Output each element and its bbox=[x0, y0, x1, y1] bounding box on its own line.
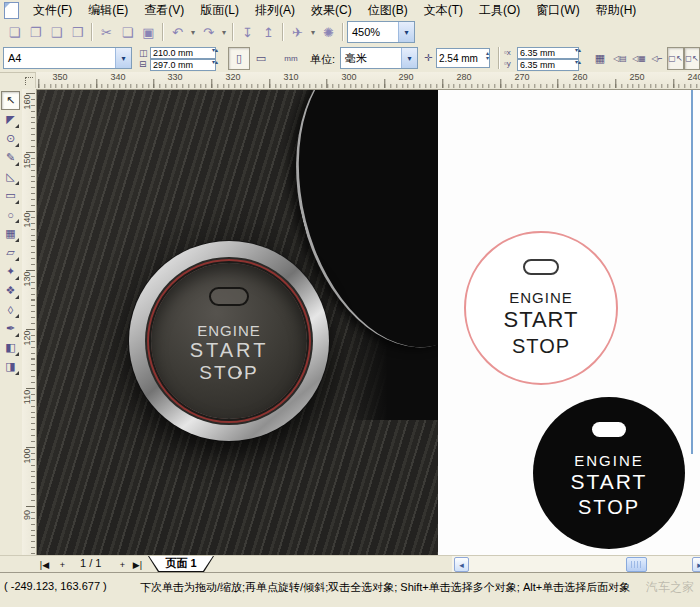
duplicate-x-spinner[interactable]: ▾▴ bbox=[575, 48, 581, 53]
undo-icon[interactable]: ↶ bbox=[167, 22, 188, 42]
shape-icon: ◤ bbox=[6, 113, 14, 126]
nudge-icon: ✛ bbox=[424, 52, 432, 63]
menu-effects[interactable]: 效果(C) bbox=[303, 0, 360, 21]
ruler-label: 150 bbox=[22, 151, 32, 171]
menu-view[interactable]: 查看(V) bbox=[136, 0, 192, 21]
menu-text[interactable]: 文本(T) bbox=[416, 0, 471, 21]
treat-as-filled-button[interactable]: ▢↖ bbox=[667, 47, 684, 70]
zoom-tool[interactable]: ⊙ bbox=[1, 129, 20, 148]
rectangle-tool[interactable]: ▭ bbox=[1, 186, 20, 205]
paper-height-field[interactable]: 297.0 mm bbox=[150, 59, 216, 71]
menu-arrange[interactable]: 排列(A) bbox=[247, 0, 303, 21]
ruler-label: 90 bbox=[22, 505, 32, 525]
menu-window[interactable]: 窗口(W) bbox=[528, 0, 587, 21]
scroll-right-icon[interactable]: ▸ bbox=[692, 557, 700, 572]
paste-icon[interactable]: ▣ bbox=[138, 22, 159, 42]
menu-help[interactable]: 帮助(H) bbox=[588, 0, 645, 21]
open-icon[interactable]: ❐ bbox=[25, 22, 46, 42]
last-page-button[interactable]: ▶| bbox=[131, 557, 144, 572]
redo-icon[interactable]: ↷ bbox=[198, 22, 219, 42]
ruler-label: 280 bbox=[452, 72, 476, 82]
undo-dropdown-icon[interactable]: ▾ bbox=[188, 22, 198, 42]
save-icon[interactable]: ❑ bbox=[46, 22, 67, 42]
add-page-after-button[interactable]: + bbox=[116, 557, 129, 572]
menu-edit[interactable]: 编辑(E) bbox=[80, 0, 136, 21]
outline-circle-design[interactable]: ENGINE START STOP bbox=[464, 231, 618, 385]
scroll-left-icon[interactable]: ◂ bbox=[454, 557, 469, 572]
chevron-down-icon[interactable]: ▾ bbox=[398, 22, 414, 42]
units-combo[interactable]: 毫米 ▾ bbox=[340, 47, 418, 69]
chevron-down-icon[interactable]: ▾ bbox=[115, 48, 131, 68]
print-icon[interactable]: ❒ bbox=[67, 22, 88, 42]
eyedropper-icon: ◊ bbox=[8, 304, 13, 316]
scrollbar-thumb[interactable] bbox=[626, 557, 647, 572]
horizontal-scrollbar[interactable]: ◂ ▸ bbox=[452, 556, 700, 573]
eyedropper-tool[interactable]: ◊ bbox=[1, 300, 20, 319]
menu-bar: 文件(F) 编辑(E) 查看(V) 版面(L) 排列(A) 效果(C) 位图(B… bbox=[0, 0, 700, 21]
marquee-select-button[interactable]: ◻↖ bbox=[684, 47, 700, 70]
pick-tool[interactable]: ↖ bbox=[1, 91, 20, 110]
landscape-button[interactable]: ▭ bbox=[250, 47, 272, 70]
shape-tool[interactable]: ◤ bbox=[1, 110, 20, 129]
duplicate-y-field[interactable]: 6.35 mm bbox=[517, 59, 579, 71]
horizontal-ruler[interactable]: 350 340 330 320 310 300 290 280 270 260 … bbox=[36, 72, 700, 89]
copy-icon[interactable]: ❏ bbox=[117, 22, 138, 42]
ruler-origin-button[interactable] bbox=[22, 73, 36, 88]
status-hint: 下次单击为拖动/缩放;再单点旋转/倾斜;双击全选对象; Shift+单击选择多个… bbox=[140, 580, 630, 595]
drawing-units-button[interactable]: mm bbox=[278, 47, 304, 70]
chevron-down-icon[interactable]: ▾ bbox=[401, 48, 417, 68]
paper-width-icon: ◫ bbox=[139, 48, 148, 58]
paper-height-icon: ⊟ bbox=[139, 59, 147, 69]
menu-bitmaps[interactable]: 位图(B) bbox=[360, 0, 416, 21]
drawing-canvas[interactable]: ENGINE START STOP ENGINE START STOP ENGI… bbox=[36, 89, 700, 555]
paper-preset-combo[interactable]: A4 ▾ bbox=[3, 47, 132, 69]
paper-height-spinner[interactable]: ▾▴ bbox=[212, 60, 218, 65]
portrait-button[interactable]: ▯ bbox=[228, 47, 250, 70]
page-tab[interactable]: 页面 1 bbox=[148, 556, 214, 572]
export-icon[interactable]: ↥ bbox=[258, 22, 279, 42]
nudge-field[interactable]: 2.54 mm bbox=[436, 48, 490, 68]
paper-width-field[interactable]: 210.0 mm bbox=[150, 47, 216, 59]
menu-tools[interactable]: 工具(O) bbox=[471, 0, 528, 21]
ellipse-tool[interactable]: ○ bbox=[1, 205, 20, 224]
duplicate-y-spinner[interactable]: ▾▴ bbox=[575, 60, 581, 65]
smart-drawing-tool[interactable]: ◺ bbox=[1, 167, 20, 186]
snap-to-guidelines-button[interactable]: ◁▤ bbox=[610, 47, 630, 70]
outline-icon: ✒ bbox=[6, 322, 15, 335]
ruler-label: 330 bbox=[163, 72, 187, 82]
paper-width-spinner[interactable]: ▾▴ bbox=[212, 48, 218, 53]
interactive-blend-tool[interactable]: ❖ bbox=[1, 281, 20, 300]
dynamic-guides-button[interactable]: ◁⌐ bbox=[648, 47, 666, 70]
menu-file[interactable]: 文件(F) bbox=[25, 0, 80, 21]
fill-tool[interactable]: ◧ bbox=[1, 338, 20, 357]
portrait-icon: ▯ bbox=[236, 52, 242, 65]
outline-tool[interactable]: ✒ bbox=[1, 319, 20, 338]
nudge-spinner[interactable]: ▴▾ bbox=[486, 51, 489, 61]
photo-bitmap[interactable]: ENGINE START STOP bbox=[37, 90, 438, 555]
filled-circle-design[interactable]: ENGINE START STOP bbox=[533, 397, 685, 549]
graph-paper-tool[interactable]: ▦ bbox=[1, 224, 20, 243]
snap-to-objects-button[interactable]: ◁▦ bbox=[629, 47, 649, 70]
duplicate-x-value: 6.35 mm bbox=[520, 48, 555, 58]
redo-dropdown-icon[interactable]: ▾ bbox=[219, 22, 229, 42]
zoom-level-combo[interactable]: 450% ▾ bbox=[347, 21, 415, 43]
add-page-before-button[interactable]: + bbox=[56, 557, 69, 572]
basic-shapes-tool[interactable]: ▱ bbox=[1, 243, 20, 262]
launcher-icon[interactable]: ✈ bbox=[287, 22, 308, 42]
vertical-ruler[interactable]: 160 150 140 130 120 110 100 90 bbox=[22, 89, 36, 555]
new-icon[interactable]: ❏ bbox=[4, 22, 25, 42]
duplicate-y-icon: ▫y bbox=[504, 59, 511, 68]
import-icon[interactable]: ↧ bbox=[237, 22, 258, 42]
perfect-shapes-tool[interactable]: ✦ bbox=[1, 262, 20, 281]
launcher-dropdown-icon[interactable]: ▾ bbox=[308, 22, 318, 42]
ruler-label: 340 bbox=[106, 72, 130, 82]
menu-layout[interactable]: 版面(L) bbox=[192, 0, 247, 21]
smart-drawing-icon: ◺ bbox=[6, 170, 14, 183]
freehand-tool[interactable]: ✎ bbox=[1, 148, 20, 167]
duplicate-x-field[interactable]: 6.35 mm bbox=[517, 47, 579, 59]
snap-to-grid-button[interactable]: ▦ bbox=[590, 47, 610, 70]
cut-icon[interactable]: ✂ bbox=[96, 22, 117, 42]
interactive-fill-tool[interactable]: ◨ bbox=[1, 357, 20, 376]
first-page-button[interactable]: |◀ bbox=[38, 557, 51, 572]
corel-online-icon[interactable]: ✺ bbox=[318, 22, 339, 42]
